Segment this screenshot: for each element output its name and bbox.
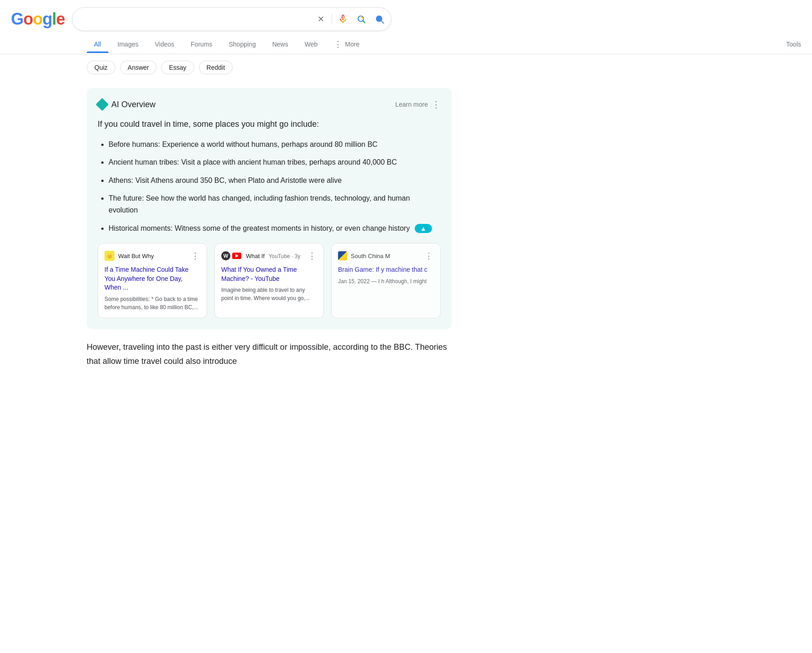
search-icons: ✕ (313, 12, 387, 26)
card-menu-button[interactable]: ⋮ (307, 250, 317, 262)
source-card-whatif[interactable]: W What If YouTube · 3y ⋮ What If You Own… (214, 243, 324, 318)
search-button[interactable] (372, 12, 387, 26)
filter-chips: Quiz Answer Essay Reddit (0, 54, 812, 81)
learn-more-link[interactable]: Learn more (395, 101, 428, 108)
list-item: Ancient human tribes: Visit a place with… (109, 156, 441, 168)
ai-overview-card: AI Overview Learn more ⋮ If you could tr… (87, 88, 452, 329)
logo-letter-e: e (56, 10, 65, 28)
tab-shopping[interactable]: Shopping (222, 36, 263, 52)
ai-overview-header: AI Overview Learn more ⋮ (98, 99, 441, 110)
scmp-favicon-icon (338, 251, 347, 260)
tab-images[interactable]: Images (110, 36, 146, 52)
source-snippet: Jan 15, 2022 — I h Although, I might (338, 277, 434, 285)
divider (332, 14, 332, 25)
nav-tabs: All Images Videos Forums Shopping News W… (0, 31, 812, 54)
chip-answer[interactable]: Answer (120, 61, 157, 74)
source-title: If a Time Machine Could Take You Anywher… (104, 265, 200, 292)
wbw-favicon-icon: 👑 (104, 251, 115, 261)
tab-more[interactable]: ⋮ More (327, 35, 367, 54)
source-card-header: 👑 Wait But Why ⋮ (104, 250, 200, 262)
tab-news[interactable]: News (265, 36, 296, 52)
lens-search-button[interactable] (354, 12, 369, 26)
source-title: What If You Owned a Time Machine? - YouT… (221, 265, 317, 283)
ai-list: Before humans: Experience a world withou… (98, 139, 441, 234)
list-item: Before humans: Experience a world withou… (109, 139, 441, 150)
card-menu-button[interactable]: ⋮ (424, 250, 434, 262)
ai-overview-title: AI Overview (98, 100, 156, 109)
list-item: Athens: Visit Athens around 350 BC, when… (109, 175, 441, 187)
clear-button[interactable]: ✕ (313, 12, 328, 26)
logo-letter-o2: o (33, 10, 42, 28)
dots-icon: ⋮ (334, 39, 342, 49)
source-snippet: Some possibilities: * Go back to a time … (104, 295, 200, 311)
microphone-icon (338, 14, 349, 25)
logo-letter-l: l (52, 10, 56, 28)
main-content: AI Overview Learn more ⋮ If you could tr… (0, 81, 502, 375)
tab-all[interactable]: All (87, 36, 109, 52)
search-icon (374, 14, 385, 25)
search-bar: time machine where would you go ✕ (72, 7, 391, 31)
collapse-button[interactable]: ▲ (415, 224, 432, 233)
source-title: Brain Game: If y machine that c (338, 265, 434, 275)
close-icon: ✕ (318, 14, 324, 24)
bottom-text: However, traveling into the past is eith… (87, 340, 452, 368)
source-info: W What If YouTube · 3y (221, 251, 300, 260)
youtube-favicon-icon (232, 253, 241, 259)
source-card-scmp[interactable]: South China M ⋮ Brain Game: If y machine… (331, 243, 441, 318)
source-cards: 👑 Wait But Why ⋮ If a Time Machine Could… (98, 243, 441, 318)
source-info: 👑 Wait But Why (104, 251, 154, 261)
logo-letter-g: G (11, 10, 23, 28)
source-combo: W (221, 251, 242, 260)
tab-videos[interactable]: Videos (147, 36, 182, 52)
chip-reddit[interactable]: Reddit (199, 61, 233, 74)
whatif-favicon-icon: W (221, 251, 230, 260)
lens-icon (356, 14, 367, 25)
source-info: South China M (338, 251, 390, 260)
card-menu-button[interactable]: ⋮ (190, 250, 200, 262)
source-name: What If (246, 253, 265, 259)
chip-quiz[interactable]: Quiz (87, 61, 115, 74)
logo-letter-g2: g (42, 10, 52, 28)
source-card-header: W What If YouTube · 3y ⋮ (221, 250, 317, 262)
logo-letter-o1: o (23, 10, 33, 28)
ai-overview-body: If you could travel in time, some places… (98, 117, 441, 234)
source-card-header: South China M ⋮ (338, 250, 434, 262)
source-snippet: Imagine being able to travel to any poin… (221, 286, 317, 302)
tools-button[interactable]: Tools (786, 36, 812, 52)
more-options-icon[interactable]: ⋮ (432, 99, 441, 110)
tab-forums[interactable]: Forums (183, 36, 219, 52)
ai-intro-text: If you could travel in time, some places… (98, 117, 441, 131)
tab-web[interactable]: Web (297, 36, 325, 52)
voice-search-button[interactable] (336, 12, 350, 26)
ai-overview-label: AI Overview (111, 100, 156, 109)
ai-diamond-icon (96, 98, 109, 111)
list-item: The future: See how the world has change… (109, 192, 441, 216)
google-logo: Google (11, 10, 65, 29)
header: Google time machine where would you go ✕ (0, 0, 812, 31)
svg-line-2 (363, 21, 365, 23)
ai-overview-actions[interactable]: Learn more ⋮ (395, 99, 441, 110)
source-name: South China M (351, 253, 390, 259)
source-card-wbw[interactable]: 👑 Wait But Why ⋮ If a Time Machine Could… (98, 243, 207, 318)
search-bar-container: time machine where would you go ✕ (72, 7, 391, 31)
list-item: Historical moments: Witness some of the … (109, 223, 441, 234)
source-meta: YouTube · 3y (269, 253, 301, 259)
source-name: Wait But Why (118, 253, 154, 259)
chip-essay[interactable]: Essay (161, 61, 194, 74)
